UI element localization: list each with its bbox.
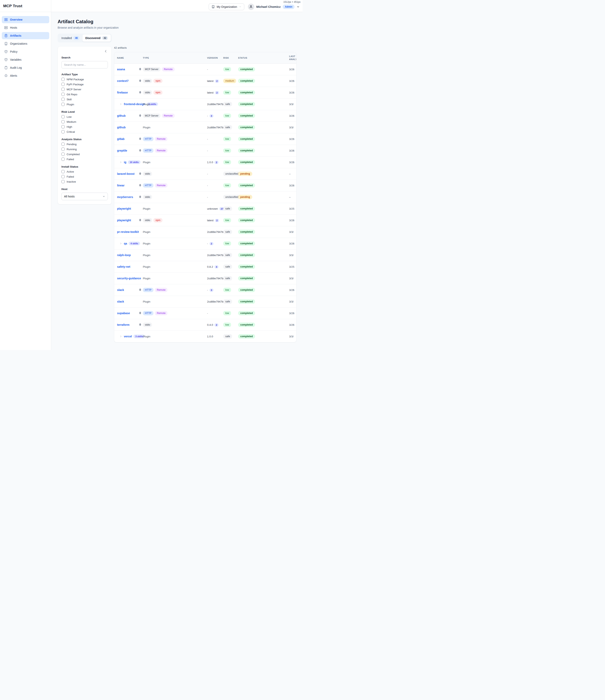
checkbox-mcp-server[interactable] [61,88,64,91]
checkbox-low[interactable] [61,115,64,118]
artifact-name-link[interactable]: playwright [117,219,131,222]
chevron-down-icon[interactable] [296,5,300,8]
artifact-name-link[interactable]: github [117,126,126,129]
artifact-name-link[interactable]: frontend-design [124,102,145,106]
checkbox-running[interactable] [61,148,64,151]
artifact-name-link[interactable]: safety-net [117,265,130,268]
checkbox-plugin[interactable] [61,103,64,106]
checkbox-inactive[interactable] [61,180,64,183]
sidebar-item-overview[interactable]: Overview [2,16,49,23]
artifact-name-link[interactable]: mcpServers [117,195,133,199]
version-count-badge: 2 [214,161,218,164]
artifact-name-link[interactable]: vercel [124,335,132,338]
column-header-spacer [138,52,143,64]
chevron-right-icon[interactable] [120,335,122,338]
column-header-last-analysis[interactable]: LAST ANALYSIS [289,52,296,64]
tab-label: Discovered [85,36,100,40]
filter-option-label: High [67,125,72,128]
sidebar-item-audit-log[interactable]: Audit Log [2,64,49,71]
transport-dot-icon [139,114,141,117]
type-badge-remote: Remote [155,148,168,153]
version-text: 2cd88e7947b7 [207,126,225,129]
building-icon [211,5,215,8]
artifact-name-link[interactable]: qa [124,242,127,245]
checkbox-active[interactable] [61,170,64,173]
checkbox-medium[interactable] [61,120,64,123]
sidebar-item-policy[interactable]: Policy [2,48,49,55]
artifact-name-link[interactable]: terraform [117,323,129,326]
checkbox-failed[interactable] [61,157,64,161]
column-header-risk[interactable]: RISK [223,52,238,64]
artifact-name-link[interactable]: ig [124,160,126,164]
avatar[interactable] [248,4,254,10]
checkbox-critical[interactable] [61,130,64,133]
risk-badge: unclassified [223,172,240,176]
type-badge-http: HTTP [143,183,154,188]
artifact-name-link[interactable]: security-guidance [117,277,141,280]
version-count-badge: 3 [209,289,213,292]
chevron-right-icon[interactable] [120,242,122,245]
sidebar-item-organizations[interactable]: Organizations [2,40,49,47]
checkbox-failed[interactable] [61,175,64,178]
filter-section-title-risk-level: Risk Level [61,110,108,113]
checkbox-pypi-package[interactable] [61,83,64,86]
checkbox-npm-package[interactable] [61,78,64,81]
artifact-name-link[interactable]: linear [117,184,125,187]
column-header-name[interactable]: NAME [114,52,138,64]
status-badge: completed [238,206,255,211]
checkbox-pending[interactable] [61,143,64,146]
risk-badge: safe [223,125,232,129]
artifact-name-link[interactable]: gitlab [117,138,125,141]
column-header-version[interactable]: VERSION [207,52,223,64]
sidebar-item-variables[interactable]: Variables [2,56,49,63]
filter-panel: Search Artifact TypeNPM PackagePyPI Pack… [58,46,112,204]
artifact-name-link[interactable]: asana [117,68,125,71]
user-icon [249,5,253,8]
risk-badge: safe [223,102,232,106]
tab-installed[interactable]: Installed46 [58,34,82,42]
filter-option-risk-level-high: High [61,125,108,128]
filter-option-label: Pending [67,143,77,146]
artifact-name-link[interactable]: slack [117,300,124,303]
artifact-name-link[interactable]: laravel-boost [117,172,134,175]
column-header-status[interactable]: STATUS [238,52,289,64]
artifact-name-link[interactable]: playwright [117,207,131,210]
artifact-name-link[interactable]: context7 [117,79,129,82]
checkbox-skill[interactable] [61,98,64,101]
sidebar-item-label: Overview [10,18,22,21]
artifact-name-link[interactable]: ralph-loop [117,253,131,257]
status-badge: completed [238,299,255,304]
chevron-left-icon[interactable] [104,49,108,53]
last-analysis-date: 3/26 [289,156,296,168]
last-analysis-date: 3/25 [289,203,296,215]
sidebar-item-hosts[interactable]: Hosts [2,24,49,31]
search-input[interactable] [61,61,108,69]
chevron-right-icon[interactable] [120,161,122,164]
artifact-name-link[interactable]: github [117,114,126,117]
org-selector-button[interactable]: My Organization [209,3,244,10]
artifact-name-link[interactable]: pr-review-toolkit [117,230,139,233]
artifact-name-link[interactable]: firebase [117,91,128,94]
checkbox-git-repo[interactable] [61,93,64,96]
table-row: linearHTTPRemote-lowcompleted3/26 [114,180,296,191]
risk-badge: low [223,323,231,327]
host-select-value: All hosts [64,195,75,198]
sidebar-item-alerts[interactable]: Alerts [2,72,49,79]
sidebar-item-artifacts[interactable]: Artifacts [2,32,49,39]
filter-option-label: Failed [67,158,74,161]
checkbox-completed[interactable] [61,153,64,156]
column-header-type[interactable]: TYPE [143,52,207,64]
skills-badge: 4 skills [129,242,140,245]
checkbox-high[interactable] [61,125,64,128]
host-select[interactable]: All hosts [61,193,108,200]
transport-dot-icon [139,184,141,186]
skills-badge: 10 skills [128,160,140,164]
artifact-name-link[interactable]: greptile [117,149,127,152]
chevron-right-icon[interactable] [120,103,122,105]
status-badge: completed [238,125,255,129]
tab-discovered[interactable]: Discovered42 [82,34,111,42]
table-row: ralph-loopPlugin2cd88e7947b7safecomplete… [114,249,296,261]
artifact-name-link[interactable]: supabase [117,311,130,315]
version-text: - [207,114,208,117]
artifact-name-link[interactable]: slack [117,288,124,292]
